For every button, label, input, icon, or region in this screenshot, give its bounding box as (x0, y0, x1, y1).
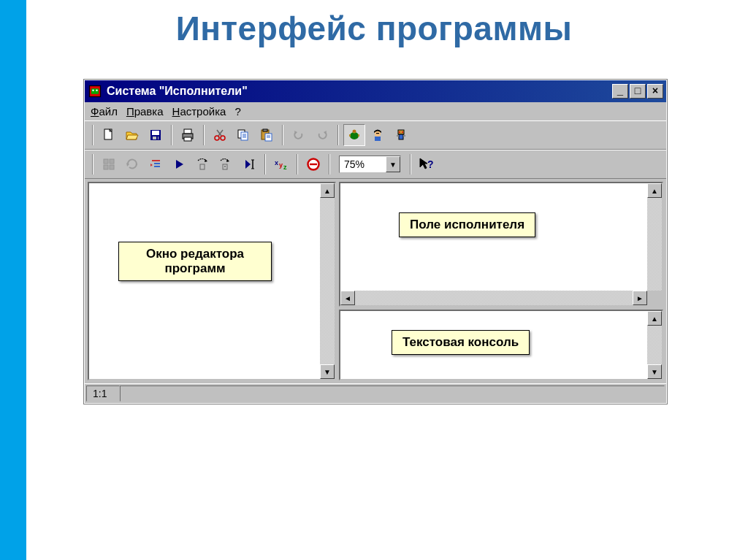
scroll-corner (647, 291, 662, 305)
scroll-up-icon[interactable]: ▲ (647, 183, 662, 198)
separator (337, 125, 339, 145)
callout-editor: Окно редактора программ (118, 242, 272, 281)
svg-marker-54 (150, 164, 153, 166)
scroll-up-icon[interactable]: ▲ (320, 183, 335, 198)
scroll-up-icon[interactable]: ▲ (647, 311, 662, 326)
separator (329, 154, 330, 174)
svg-marker-7 (126, 135, 138, 139)
menu-edit[interactable]: Правка (126, 105, 164, 118)
svg-point-41 (399, 131, 400, 133)
paste-icon[interactable] (256, 124, 278, 146)
separator (282, 125, 283, 145)
whatsthis-icon[interactable]: ? (416, 153, 438, 175)
workarea: ▲ ▼ Окно редактора программ ▲ ▼ ◄ ► По (85, 179, 666, 383)
status-empty (120, 386, 665, 402)
print-icon[interactable] (177, 124, 199, 146)
menubar: Файл Правка Настройка ? (85, 102, 666, 120)
minimize-button[interactable]: _ (612, 84, 628, 99)
svg-rect-1 (91, 88, 99, 94)
maximize-button[interactable]: □ (630, 84, 646, 99)
svg-point-42 (402, 131, 403, 133)
menu-settings[interactable]: Настройка (172, 105, 226, 118)
tile-icon[interactable] (98, 153, 120, 175)
menu-help[interactable]: ? (234, 105, 240, 118)
robot-icon[interactable] (390, 124, 412, 146)
console-panel[interactable]: ▲ ▼ Текстовая консоль (339, 310, 663, 380)
scrollbar-vertical[interactable]: ▲ ▼ (647, 183, 662, 305)
open-icon[interactable] (121, 124, 143, 146)
cut-icon[interactable] (209, 124, 231, 146)
svg-point-34 (354, 131, 355, 131)
new-icon[interactable] (98, 124, 120, 146)
scroll-track[interactable] (355, 291, 633, 305)
svg-point-2 (92, 90, 94, 92)
copy-icon[interactable] (232, 124, 254, 146)
stop-icon[interactable] (302, 153, 324, 175)
separator (264, 154, 266, 174)
format-icon[interactable] (145, 153, 167, 175)
menu-file[interactable]: Файл (91, 105, 118, 118)
svg-point-60 (224, 166, 226, 167)
titlebar: Система "Исполнители" _ □ × (85, 80, 666, 102)
callout-console: Текстовая консоль (392, 330, 530, 355)
undo-icon[interactable] (288, 124, 310, 146)
svg-rect-12 (184, 129, 191, 134)
statusbar: 1:1 (85, 383, 666, 403)
separator (297, 154, 298, 174)
scrollbar-horizontal[interactable]: ◄ ► (340, 291, 647, 305)
window-title: Система "Исполнители" (107, 85, 611, 98)
separator (92, 154, 94, 174)
svg-rect-14 (184, 137, 191, 141)
separator (203, 125, 205, 145)
toolbar-debug: xyz 75% ▼ ? (85, 150, 666, 179)
turtle-icon[interactable] (343, 124, 365, 146)
stepover-icon[interactable] (215, 153, 237, 175)
refresh-icon[interactable] (121, 153, 143, 175)
svg-text:?: ? (427, 158, 434, 170)
svg-point-18 (221, 136, 225, 140)
status-position: 1:1 (86, 386, 120, 402)
svg-rect-39 (375, 137, 381, 141)
scroll-track[interactable] (647, 198, 662, 291)
svg-rect-35 (349, 134, 351, 137)
save-icon[interactable] (145, 124, 167, 146)
svg-rect-57 (200, 164, 205, 169)
svg-rect-49 (110, 165, 114, 169)
svg-rect-9 (152, 131, 159, 135)
scroll-left-icon[interactable]: ◄ (340, 291, 355, 305)
scroll-down-icon[interactable]: ▼ (647, 364, 662, 379)
dropdown-arrow-icon[interactable]: ▼ (386, 156, 400, 172)
svg-rect-38 (376, 133, 379, 134)
step-icon[interactable] (191, 153, 213, 175)
tocursor-icon[interactable] (238, 153, 260, 175)
svg-rect-11 (156, 137, 158, 139)
scroll-track[interactable] (320, 198, 335, 364)
scroll-track[interactable] (647, 326, 662, 364)
pirate-icon[interactable] (367, 124, 389, 146)
field-panel[interactable]: ▲ ▼ ◄ ► Поле исполнителя (339, 182, 663, 307)
zoom-select[interactable]: 75% ▼ (339, 156, 401, 173)
svg-rect-47 (110, 159, 114, 164)
svg-text:y: y (279, 161, 283, 169)
scroll-right-icon[interactable]: ► (633, 291, 647, 305)
svg-rect-44 (397, 135, 399, 137)
close-button[interactable]: × (647, 84, 663, 99)
editor-panel[interactable]: ▲ ▼ Окно редактора программ (88, 182, 336, 380)
toolbar-main (85, 120, 666, 150)
callout-field: Поле исполнителя (399, 212, 535, 237)
svg-point-17 (215, 136, 219, 140)
vars-icon[interactable]: xyz (270, 153, 292, 175)
scrollbar-vertical[interactable]: ▲ ▼ (320, 183, 335, 379)
svg-point-32 (353, 130, 356, 134)
run-icon[interactable] (168, 153, 190, 175)
scroll-down-icon[interactable]: ▼ (320, 364, 335, 379)
scrollbar-vertical[interactable]: ▲ ▼ (647, 311, 662, 379)
zoom-value: 75% (340, 158, 386, 170)
svg-rect-48 (104, 165, 108, 169)
svg-rect-46 (104, 159, 108, 164)
redo-icon[interactable] (311, 124, 333, 146)
svg-marker-55 (176, 160, 183, 169)
separator (92, 125, 94, 145)
svg-text:x: x (275, 159, 278, 166)
svg-point-33 (353, 131, 354, 131)
